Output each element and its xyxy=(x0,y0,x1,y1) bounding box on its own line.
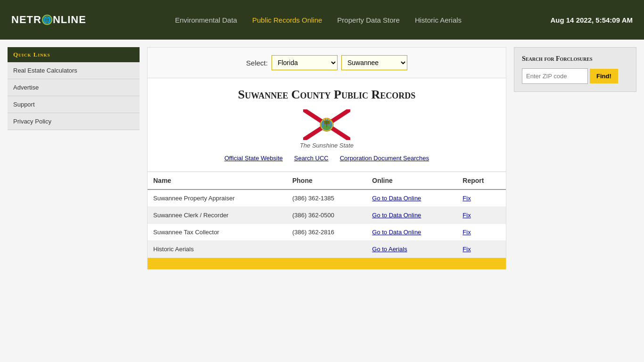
sidebar-item-privacy-policy[interactable]: Privacy Policy xyxy=(8,113,140,130)
cell-report: Fix xyxy=(457,207,506,224)
records-table: Name Phone Online Report Suwannee Proper… xyxy=(148,172,506,258)
right-sidebar: Search for Forclosures Find! xyxy=(514,47,636,270)
corporation-doc-searches-link[interactable]: Corporation Document Searches xyxy=(340,155,429,162)
sidebar-item-real-estate-calculators[interactable]: Real Estate Calculators xyxy=(8,62,140,79)
datetime-display: Aug 14 2022, 5:54:09 AM xyxy=(550,16,633,24)
cell-name: Suwannee Tax Collector xyxy=(148,224,287,241)
table-row: Historic AerialsGo to AerialsFix xyxy=(148,241,506,258)
select-label: Select: xyxy=(246,59,268,67)
quick-links-header: Quick Links xyxy=(8,47,140,62)
online-link[interactable]: Go to Data Online xyxy=(372,229,421,236)
yellow-bar xyxy=(148,258,506,269)
nav-environmental-data[interactable]: Environmental Data xyxy=(175,16,237,24)
county-content: Suwannee County Public Records xyxy=(148,78,506,172)
svg-point-11 xyxy=(325,121,329,123)
report-link[interactable]: Fix xyxy=(462,195,471,202)
cell-online: Go to Data Online xyxy=(366,207,457,224)
table-row: Suwannee Tax Collector(386) 362-2816Go t… xyxy=(148,224,506,241)
site-header: NETR🌐NLINE Environmental Data Public Rec… xyxy=(0,0,644,40)
county-title: Suwannee County Public Records xyxy=(162,88,492,102)
select-bar: Select: Florida Suwannee xyxy=(148,48,506,78)
report-link[interactable]: Fix xyxy=(462,246,471,253)
main-content: Select: Florida Suwannee Suwannee County… xyxy=(147,47,506,270)
cell-name: Suwannee Clerk / Recorder xyxy=(148,207,287,224)
foreclosure-search-row: Find! xyxy=(522,68,628,84)
florida-flag xyxy=(303,109,350,140)
cell-online: Go to Aerials xyxy=(366,241,457,258)
cell-online: Go to Data Online xyxy=(366,224,457,241)
county-links: Official State Website Search UCC Corpor… xyxy=(162,155,492,162)
cell-name: Suwannee Property Appraiser xyxy=(148,189,287,207)
sidebar: Quick Links Real Estate Calculators Adve… xyxy=(8,47,140,270)
logo-text-before: NETR xyxy=(11,14,41,26)
col-name: Name xyxy=(148,172,287,190)
zip-input[interactable] xyxy=(522,68,588,84)
table-header-row: Name Phone Online Report xyxy=(148,172,506,190)
find-button[interactable]: Find! xyxy=(590,69,618,83)
foreclosure-title: Search for Forclosures xyxy=(522,55,628,63)
state-select[interactable]: Florida xyxy=(272,55,338,70)
official-state-website-link[interactable]: Official State Website xyxy=(224,155,283,162)
col-report: Report xyxy=(457,172,506,190)
report-link[interactable]: Fix xyxy=(462,212,471,219)
table-row: Suwannee Property Appraiser(386) 362-138… xyxy=(148,189,506,207)
col-online: Online xyxy=(366,172,457,190)
cell-online: Go to Data Online xyxy=(366,189,457,207)
cell-report: Fix xyxy=(457,241,506,258)
nav-property-data-store[interactable]: Property Data Store xyxy=(337,16,400,24)
table-row: Suwannee Clerk / Recorder(386) 362-0500G… xyxy=(148,207,506,224)
nav-public-records-online[interactable]: Public Records Online xyxy=(252,16,322,24)
cell-report: Fix xyxy=(457,189,506,207)
flag-container: The Sunshine State xyxy=(162,109,492,149)
county-select[interactable]: Suwannee xyxy=(341,55,407,70)
cell-report: Fix xyxy=(457,224,506,241)
online-link[interactable]: Go to Data Online xyxy=(372,195,421,202)
cell-phone: (386) 362-0500 xyxy=(287,207,366,224)
main-nav: Environmental Data Public Records Online… xyxy=(175,16,462,24)
state-nickname: The Sunshine State xyxy=(300,142,354,149)
online-link[interactable]: Go to Data Online xyxy=(372,212,421,219)
sidebar-item-support[interactable]: Support xyxy=(8,96,140,113)
cell-name: Historic Aerials xyxy=(148,241,287,258)
cell-phone: (386) 362-2816 xyxy=(287,224,366,241)
report-link[interactable]: Fix xyxy=(462,229,471,236)
cell-phone xyxy=(287,241,366,258)
foreclosure-box: Search for Forclosures Find! xyxy=(514,47,636,92)
logo-text-after: NLINE xyxy=(53,14,86,26)
sidebar-item-advertise[interactable]: Advertise xyxy=(8,79,140,96)
site-logo: NETR🌐NLINE xyxy=(11,14,86,26)
logo-globe-icon: 🌐 xyxy=(42,15,52,25)
search-ucc-link[interactable]: Search UCC xyxy=(294,155,329,162)
cell-phone: (386) 362-1385 xyxy=(287,189,366,207)
nav-historic-aerials[interactable]: Historic Aerials xyxy=(415,16,462,24)
table-body: Suwannee Property Appraiser(386) 362-138… xyxy=(148,189,506,258)
online-link[interactable]: Go to Aerials xyxy=(372,246,407,253)
col-phone: Phone xyxy=(287,172,366,190)
